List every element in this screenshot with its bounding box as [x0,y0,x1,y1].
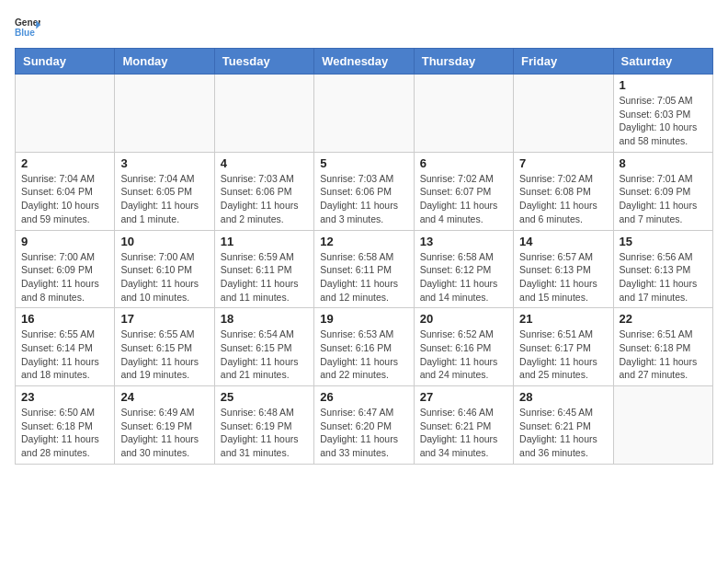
svg-text:Blue: Blue [15,28,35,38]
calendar-cell: 9Sunrise: 7:00 AM Sunset: 6:09 PM Daylig… [16,230,115,308]
calendar-cell [115,75,214,153]
day-info: Sunrise: 7:03 AM Sunset: 6:06 PM Dayligh… [221,172,308,226]
calendar-cell [613,386,712,465]
calendar-cell: 13Sunrise: 6:58 AM Sunset: 6:12 PM Dayli… [414,230,513,308]
day-number: 12 [320,235,407,248]
calendar-cell: 23Sunrise: 6:50 AM Sunset: 6:18 PM Dayli… [16,386,115,465]
calendar-cell: 26Sunrise: 6:47 AM Sunset: 6:20 PM Dayli… [314,386,414,465]
calendar-cell: 5Sunrise: 7:03 AM Sunset: 6:06 PM Daylig… [314,152,414,230]
calendar-cell: 1Sunrise: 7:05 AM Sunset: 6:03 PM Daylig… [613,75,712,153]
calendar-cell: 10Sunrise: 7:00 AM Sunset: 6:10 PM Dayli… [115,230,214,308]
calendar-cell: 11Sunrise: 6:59 AM Sunset: 6:11 PM Dayli… [214,230,313,308]
weekday-header-tuesday: Tuesday [214,49,313,75]
calendar-cell: 4Sunrise: 7:03 AM Sunset: 6:06 PM Daylig… [214,152,313,230]
day-info: Sunrise: 6:55 AM Sunset: 6:15 PM Dayligh… [120,327,208,382]
day-number: 17 [120,312,208,326]
day-info: Sunrise: 6:48 AM Sunset: 6:19 PM Dayligh… [221,406,308,460]
day-info: Sunrise: 6:53 AM Sunset: 6:16 PM Dayligh… [320,327,407,382]
weekday-header-monday: Monday [115,49,214,75]
weekday-header-friday: Friday [514,49,613,75]
calendar-cell [514,75,613,153]
calendar-cell: 18Sunrise: 6:54 AM Sunset: 6:15 PM Dayli… [214,308,313,386]
day-number: 27 [420,390,507,404]
day-number: 3 [120,156,208,170]
day-info: Sunrise: 6:58 AM Sunset: 6:12 PM Dayligh… [420,250,507,304]
day-info: Sunrise: 6:56 AM Sunset: 6:13 PM Dayligh… [620,250,707,304]
calendar-cell: 25Sunrise: 6:48 AM Sunset: 6:19 PM Dayli… [214,386,313,465]
calendar-cell: 17Sunrise: 6:55 AM Sunset: 6:15 PM Dayli… [115,308,214,386]
day-info: Sunrise: 7:01 AM Sunset: 6:09 PM Dayligh… [620,172,707,226]
weekday-header-row: SundayMondayTuesdayWednesdayThursdayFrid… [16,49,713,75]
day-info: Sunrise: 6:54 AM Sunset: 6:15 PM Dayligh… [221,327,308,382]
logo: General Blue [15,15,40,40]
day-number: 13 [420,235,507,248]
day-info: Sunrise: 6:49 AM Sunset: 6:19 PM Dayligh… [120,406,208,460]
day-number: 18 [221,312,308,326]
day-number: 19 [320,312,407,326]
day-number: 11 [221,235,308,248]
day-info: Sunrise: 7:00 AM Sunset: 6:09 PM Dayligh… [21,250,108,304]
day-info: Sunrise: 6:51 AM Sunset: 6:18 PM Dayligh… [620,327,707,382]
day-number: 24 [120,390,208,404]
calendar-cell: 27Sunrise: 6:46 AM Sunset: 6:21 PM Dayli… [414,386,513,465]
calendar-cell: 15Sunrise: 6:56 AM Sunset: 6:13 PM Dayli… [613,230,712,308]
day-info: Sunrise: 7:02 AM Sunset: 6:08 PM Dayligh… [519,172,607,226]
day-info: Sunrise: 7:04 AM Sunset: 6:05 PM Dayligh… [120,172,208,226]
day-number: 21 [519,312,607,326]
day-info: Sunrise: 6:47 AM Sunset: 6:20 PM Dayligh… [320,406,407,460]
calendar-week-row: 9Sunrise: 7:00 AM Sunset: 6:09 PM Daylig… [16,230,713,308]
day-info: Sunrise: 7:02 AM Sunset: 6:07 PM Dayligh… [420,172,507,226]
day-number: 8 [620,156,707,170]
calendar-cell: 6Sunrise: 7:02 AM Sunset: 6:07 PM Daylig… [414,152,513,230]
header-area: General Blue [15,15,713,40]
day-info: Sunrise: 7:03 AM Sunset: 6:06 PM Dayligh… [320,172,407,226]
day-info: Sunrise: 6:57 AM Sunset: 6:13 PM Dayligh… [519,250,607,304]
calendar-cell: 2Sunrise: 7:04 AM Sunset: 6:04 PM Daylig… [16,152,115,230]
calendar-cell: 3Sunrise: 7:04 AM Sunset: 6:05 PM Daylig… [115,152,214,230]
weekday-header-saturday: Saturday [613,49,712,75]
day-info: Sunrise: 6:55 AM Sunset: 6:14 PM Dayligh… [21,327,108,382]
day-number: 15 [620,235,707,248]
day-info: Sunrise: 7:04 AM Sunset: 6:04 PM Dayligh… [21,172,108,226]
logo-icon: General Blue [15,15,40,40]
day-info: Sunrise: 6:51 AM Sunset: 6:17 PM Dayligh… [519,327,607,382]
calendar-week-row: 16Sunrise: 6:55 AM Sunset: 6:14 PM Dayli… [16,308,713,386]
day-number: 25 [221,390,308,404]
day-number: 4 [221,156,308,170]
calendar-cell: 7Sunrise: 7:02 AM Sunset: 6:08 PM Daylig… [514,152,613,230]
day-number: 28 [519,390,607,404]
day-number: 1 [620,78,707,92]
day-number: 7 [519,156,607,170]
calendar-cell: 24Sunrise: 6:49 AM Sunset: 6:19 PM Dayli… [115,386,214,465]
day-number: 22 [620,312,707,326]
day-number: 20 [420,312,507,326]
calendar: SundayMondayTuesdayWednesdayThursdayFrid… [15,48,713,465]
calendar-cell: 28Sunrise: 6:45 AM Sunset: 6:21 PM Dayli… [514,386,613,465]
calendar-week-row: 23Sunrise: 6:50 AM Sunset: 6:18 PM Dayli… [16,386,713,465]
day-number: 5 [320,156,407,170]
day-info: Sunrise: 6:52 AM Sunset: 6:16 PM Dayligh… [420,327,507,382]
day-info: Sunrise: 6:58 AM Sunset: 6:11 PM Dayligh… [320,250,407,304]
day-number: 2 [21,156,108,170]
day-info: Sunrise: 6:45 AM Sunset: 6:21 PM Dayligh… [519,406,607,460]
day-info: Sunrise: 6:59 AM Sunset: 6:11 PM Dayligh… [221,250,308,304]
day-number: 6 [420,156,507,170]
day-number: 26 [320,390,407,404]
weekday-header-sunday: Sunday [16,49,115,75]
day-number: 16 [21,312,108,326]
calendar-cell: 12Sunrise: 6:58 AM Sunset: 6:11 PM Dayli… [314,230,414,308]
calendar-week-row: 2Sunrise: 7:04 AM Sunset: 6:04 PM Daylig… [16,152,713,230]
weekday-header-thursday: Thursday [414,49,513,75]
calendar-cell: 19Sunrise: 6:53 AM Sunset: 6:16 PM Dayli… [314,308,414,386]
calendar-week-row: 1Sunrise: 7:05 AM Sunset: 6:03 PM Daylig… [16,75,713,153]
day-number: 10 [120,235,208,248]
day-info: Sunrise: 6:46 AM Sunset: 6:21 PM Dayligh… [420,406,507,460]
day-info: Sunrise: 7:00 AM Sunset: 6:10 PM Dayligh… [120,250,208,304]
calendar-cell: 8Sunrise: 7:01 AM Sunset: 6:09 PM Daylig… [613,152,712,230]
day-number: 23 [21,390,108,404]
calendar-cell: 16Sunrise: 6:55 AM Sunset: 6:14 PM Dayli… [16,308,115,386]
calendar-cell: 21Sunrise: 6:51 AM Sunset: 6:17 PM Dayli… [514,308,613,386]
weekday-header-wednesday: Wednesday [314,49,414,75]
calendar-cell [314,75,414,153]
calendar-cell [16,75,115,153]
